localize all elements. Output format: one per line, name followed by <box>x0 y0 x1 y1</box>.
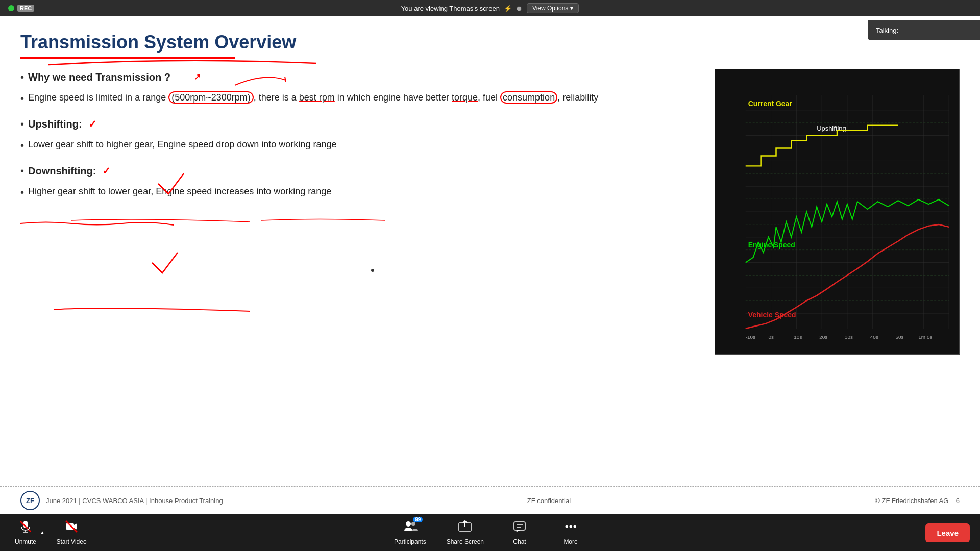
bullet-heading-downshifting: • Downshifting: ✓ <box>20 163 694 181</box>
participants-label: Participants <box>394 538 426 545</box>
view-options-button[interactable]: View Options ▾ <box>527 3 579 13</box>
lightning-icon: ⚡ <box>504 5 512 12</box>
transmission-chart: Current Gear Upshifting Engine Speed Veh… <box>715 69 959 354</box>
participants-badge: 99 <box>413 517 423 522</box>
bullet-text-upshifting: Lower gear shift to higher gear, Engine … <box>28 137 336 152</box>
svg-text:50s: 50s <box>896 334 904 340</box>
svg-rect-50 <box>514 522 525 530</box>
viewing-notice: You are viewing Thomas's screen ⚡ ⏺ View… <box>401 3 579 13</box>
company-info: June 2021 | CVCS WABCO ASIA | Inhouse Pr… <box>46 497 223 505</box>
bullet-dot-2: • <box>20 90 24 107</box>
svg-text:Engine Speed: Engine Speed <box>748 241 795 249</box>
chat-label: Chat <box>513 538 526 545</box>
best-rpm-text: best rpm <box>299 92 335 103</box>
bullet-dot-4: • <box>20 137 24 154</box>
page-number: 6 <box>956 497 960 505</box>
rec-indicator <box>8 5 14 11</box>
unmute-button[interactable]: Unmute <box>10 520 41 545</box>
bottom-annotation-svg <box>20 221 174 226</box>
engine-speed-increases-text: Engine speed increases <box>156 186 254 196</box>
svg-text:20s: 20s <box>819 334 827 340</box>
share-screen-icon <box>458 520 472 536</box>
viewing-text: You are viewing Thomas's screen <box>401 5 500 12</box>
annotation-area <box>20 216 694 231</box>
unmute-label: Unmute <box>15 538 36 545</box>
leave-button[interactable]: Leave <box>925 523 970 542</box>
share-screen-button[interactable]: Share Screen <box>447 520 484 545</box>
zf-logo: ZF <box>20 491 40 510</box>
microphone-muted-icon <box>19 520 32 536</box>
heading-why: Why we need Transmission ? ↗ <box>28 69 201 85</box>
svg-text:Current Gear: Current Gear <box>748 99 793 108</box>
video-icon <box>65 520 78 536</box>
bullet-heading-upshifting: • Upshifting: ✓ <box>20 116 694 134</box>
svg-point-47 <box>406 521 411 527</box>
talking-label: Talking: <box>876 27 898 34</box>
check-upshifting: ✓ <box>88 116 97 132</box>
bullet-section-why: • Why we need Transmission ? ↗ • Engine … <box>20 69 694 107</box>
slide-footer: ZF June 2021 | CVCS WABCO ASIA | Inhouse… <box>0 486 980 514</box>
bullet-heading-why: • Why we need Transmission ? ↗ <box>20 69 694 87</box>
participants-button[interactable]: 99 Participants <box>394 520 426 545</box>
footer-right: © ZF Friedrichshafen AG 6 <box>875 497 960 505</box>
taskbar: Unmute Start Video ▲ 99 Part <box>0 514 980 551</box>
svg-text:10s: 10s <box>794 334 802 340</box>
view-options-label: View Options <box>532 5 568 12</box>
bullet-dot: • <box>20 69 24 85</box>
rec-badge: REC <box>8 5 34 12</box>
svg-text:40s: 40s <box>870 334 878 340</box>
heading-upshifting: Upshifting: ✓ <box>28 116 97 132</box>
bullet-section-downshifting: • Downshifting: ✓ • Higher gear shift to… <box>20 163 694 201</box>
bullet-dot-5: • <box>20 163 24 179</box>
bullet-dot-6: • <box>20 184 24 201</box>
copyright-text: © ZF Friedrichshafen AG <box>875 497 948 505</box>
share-screen-label: Share Screen <box>447 538 484 545</box>
svg-text:30s: 30s <box>845 334 853 340</box>
svg-point-54 <box>570 525 572 528</box>
chevron-down-icon: ▾ <box>570 5 573 12</box>
heading-downshifting: Downshifting: ✓ <box>28 163 111 179</box>
chart-container: Current Gear Upshifting Engine Speed Veh… <box>715 69 960 355</box>
title-underline <box>20 57 235 59</box>
record-icon: ⏺ <box>516 5 523 12</box>
bullet-text-downshifting: Higher gear shift to lower gear, Engine … <box>28 184 331 199</box>
consumption-text: consumption <box>500 91 557 104</box>
video-chevron-icon[interactable]: ▲ <box>40 530 45 535</box>
svg-text:-10s: -10s <box>746 334 755 340</box>
bullet-section-upshifting: • Upshifting: ✓ • Lower gear shift to hi… <box>20 116 694 154</box>
talking-panel: Talking: <box>868 20 980 40</box>
participants-icon: 99 <box>402 520 418 536</box>
svg-point-55 <box>574 525 576 528</box>
start-video-button[interactable]: Start Video ▲ <box>56 520 87 545</box>
start-video-label: Start Video <box>56 538 86 545</box>
bullet-dot-3: • <box>20 116 24 132</box>
slide-text: • Why we need Transmission ? ↗ • Engine … <box>20 69 694 355</box>
rpm-range: (500rpm~2300rpm) <box>168 91 254 104</box>
lower-gear-text: Lower gear shift to higher gear <box>28 139 152 149</box>
rec-label: REC <box>17 5 34 12</box>
chat-button[interactable]: Chat <box>504 520 535 545</box>
footer-logo: ZF June 2021 | CVCS WABCO ASIA | Inhouse… <box>20 491 223 510</box>
slide-area: Transmission System Overview • Why we ne… <box>0 16 980 486</box>
confidential-text: ZF confidential <box>527 497 571 505</box>
torque-text: torque <box>452 92 478 103</box>
more-label: More <box>564 538 577 545</box>
svg-point-48 <box>411 522 415 526</box>
bullet-text-engine-speed: Engine speed is limited in a range (500r… <box>28 90 598 105</box>
top-bar: REC You are viewing Thomas's screen ⚡ ⏺ … <box>0 0 980 16</box>
chat-icon <box>513 520 526 536</box>
engine-speed-drop-text: Engine speed drop down <box>157 139 259 149</box>
svg-text:0s: 0s <box>769 334 774 340</box>
taskbar-left: Unmute Start Video ▲ <box>10 520 87 545</box>
more-button[interactable]: More <box>555 520 586 545</box>
check-downshifting: ✓ <box>102 163 111 179</box>
bullet-item-downshifting-desc: • Higher gear shift to lower gear, Engin… <box>20 184 694 201</box>
bullet-item-upshifting-desc: • Lower gear shift to higher gear, Engin… <box>20 137 694 154</box>
main-content: Transmission System Overview • Why we ne… <box>0 16 980 514</box>
slide-body: • Why we need Transmission ? ↗ • Engine … <box>20 69 960 355</box>
bullet-item-engine-speed: • Engine speed is limited in a range (50… <box>20 90 694 107</box>
slide-title: Transmission System Overview <box>20 32 960 53</box>
more-icon <box>564 520 577 536</box>
svg-text:1m 0s: 1m 0s <box>918 334 932 340</box>
svg-point-53 <box>566 525 568 528</box>
